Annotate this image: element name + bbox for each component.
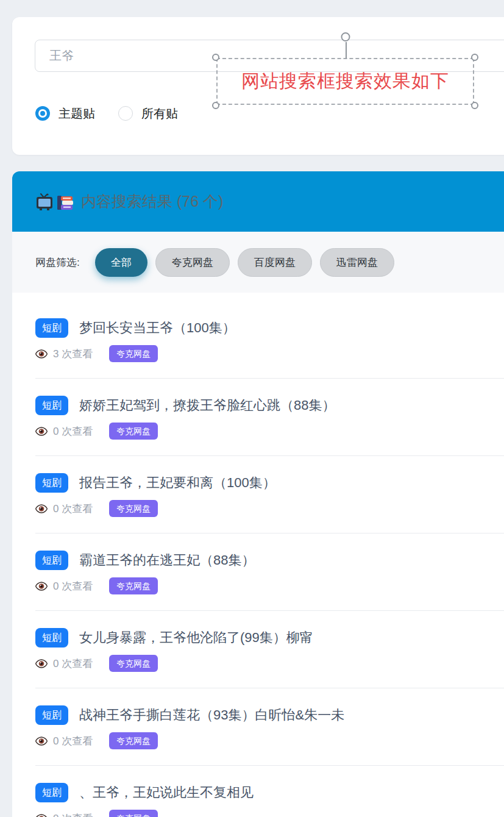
source-tag: 夸克网盘 bbox=[109, 577, 158, 594]
result-row: 短剧 梦回长安当王爷（100集） 3 次查看 夸克网盘 bbox=[35, 301, 504, 379]
eye-icon bbox=[35, 737, 48, 746]
result-row: 短剧 战神王爷手撕白莲花（93集）白昕怡&朱一未 0 次查看 夸克网盘 bbox=[35, 688, 504, 766]
results-panel: 内容搜索结果 (76 个) 网盘筛选: 全部 夸克网盘 百度网盘 迅雷网盘 短剧… bbox=[12, 171, 504, 817]
radio-option-1[interactable]: 所有贴 bbox=[118, 105, 178, 122]
result-title-link[interactable]: 战神王爷手撕白莲花（93集）白昕怡&朱一未 bbox=[79, 706, 344, 724]
filter-bar: 网盘筛选: 全部 夸克网盘 百度网盘 迅雷网盘 bbox=[12, 232, 504, 293]
search-scope-radio-group: 主题贴 所有贴 bbox=[35, 98, 178, 129]
resize-handle-bottom-right[interactable] bbox=[471, 102, 478, 109]
result-title-link[interactable]: 霸道王爷的在逃王妃（88集） bbox=[79, 551, 255, 569]
source-tag: 夸克网盘 bbox=[109, 423, 158, 440]
result-title-link[interactable]: 梦回长安当王爷（100集） bbox=[79, 319, 236, 337]
view-count: 0 次查看 bbox=[53, 502, 93, 516]
filter-label: 网盘筛选: bbox=[35, 255, 80, 269]
type-badge: 短剧 bbox=[35, 473, 68, 493]
rotation-handle-line bbox=[346, 42, 347, 59]
results-title: 内容搜索结果 (76 个) bbox=[81, 191, 223, 212]
filter-pill-button[interactable]: 百度网盘 bbox=[238, 248, 312, 277]
eye-icon bbox=[35, 659, 48, 668]
source-tag: 夸克网盘 bbox=[109, 655, 158, 672]
source-tag: 夸克网盘 bbox=[109, 732, 158, 749]
result-title-link[interactable]: 、王爷，王妃说此生不复相见 bbox=[79, 783, 254, 802]
type-badge: 短剧 bbox=[35, 318, 68, 338]
books-icon bbox=[55, 193, 74, 210]
type-badge: 短剧 bbox=[35, 705, 68, 725]
type-badge: 短剧 bbox=[35, 551, 68, 570]
result-row: 短剧 女儿身暴露，王爷他沦陷了(99集）柳甯 0 次查看 夸克网盘 bbox=[35, 611, 504, 688]
view-count: 0 次查看 bbox=[53, 657, 93, 671]
radio-circle-icon[interactable] bbox=[118, 106, 133, 121]
eye-icon bbox=[35, 427, 48, 436]
resize-handle-top-right[interactable] bbox=[471, 54, 478, 61]
annotation-text: 网站搜索框搜索效果如下 bbox=[241, 69, 449, 94]
tv-icon bbox=[35, 193, 54, 210]
result-row: 短剧 娇娇王妃驾到，撩拨王爷脸红心跳（88集） 0 次查看 夸克网盘 bbox=[35, 379, 504, 456]
source-tag: 夸克网盘 bbox=[109, 810, 158, 817]
view-count: 0 次查看 bbox=[53, 812, 93, 817]
view-count: 0 次查看 bbox=[53, 579, 93, 593]
source-tag: 夸克网盘 bbox=[109, 500, 158, 517]
result-row: 短剧 霸道王爷的在逃王妃（88集） 0 次查看 夸克网盘 bbox=[35, 533, 504, 611]
type-badge: 短剧 bbox=[35, 396, 68, 415]
result-row: 短剧 、王爷，王妃说此生不复相见 0 次查看 夸克网盘 bbox=[35, 766, 504, 817]
radio-circle-icon[interactable] bbox=[35, 106, 50, 121]
view-count: 0 次查看 bbox=[53, 424, 93, 438]
eye-icon bbox=[35, 504, 48, 513]
result-title-link[interactable]: 娇娇王妃驾到，撩拨王爷脸红心跳（88集） bbox=[79, 396, 335, 415]
result-row: 短剧 报告王爷，王妃要和离（100集） 0 次查看 夸克网盘 bbox=[35, 456, 504, 533]
eye-icon bbox=[35, 349, 48, 359]
eye-icon bbox=[35, 814, 48, 817]
result-list: 短剧 梦回长安当王爷（100集） 3 次查看 夸克网盘 短剧 娇娇王妃驾到，撩拨… bbox=[12, 293, 504, 817]
radio-option-label: 所有贴 bbox=[141, 105, 178, 122]
filter-pill-button[interactable]: 迅雷网盘 bbox=[320, 248, 394, 277]
resize-handle-bottom-left[interactable] bbox=[212, 102, 219, 109]
source-tag: 夸克网盘 bbox=[109, 345, 158, 362]
result-title-link[interactable]: 女儿身暴露，王爷他沦陷了(99集）柳甯 bbox=[79, 629, 313, 647]
results-header: 内容搜索结果 (76 个) bbox=[12, 171, 504, 232]
resize-handle-top-left[interactable] bbox=[212, 54, 219, 61]
radio-option-label: 主题贴 bbox=[59, 105, 95, 122]
view-count: 3 次查看 bbox=[53, 347, 93, 361]
filter-pill-button[interactable]: 全部 bbox=[95, 248, 147, 277]
eye-icon bbox=[35, 582, 48, 591]
rotation-handle[interactable] bbox=[341, 32, 350, 41]
header-icons bbox=[35, 193, 74, 210]
type-badge: 短剧 bbox=[35, 628, 68, 648]
result-title-link[interactable]: 报告王爷，王妃要和离（100集） bbox=[79, 474, 276, 492]
view-count: 0 次查看 bbox=[53, 734, 93, 748]
radio-option-0[interactable]: 主题贴 bbox=[35, 105, 95, 122]
type-badge: 短剧 bbox=[35, 783, 68, 802]
filter-pill-button[interactable]: 夸克网盘 bbox=[155, 248, 230, 277]
annotation-box[interactable]: 网站搜索框搜索效果如下 bbox=[216, 58, 474, 105]
